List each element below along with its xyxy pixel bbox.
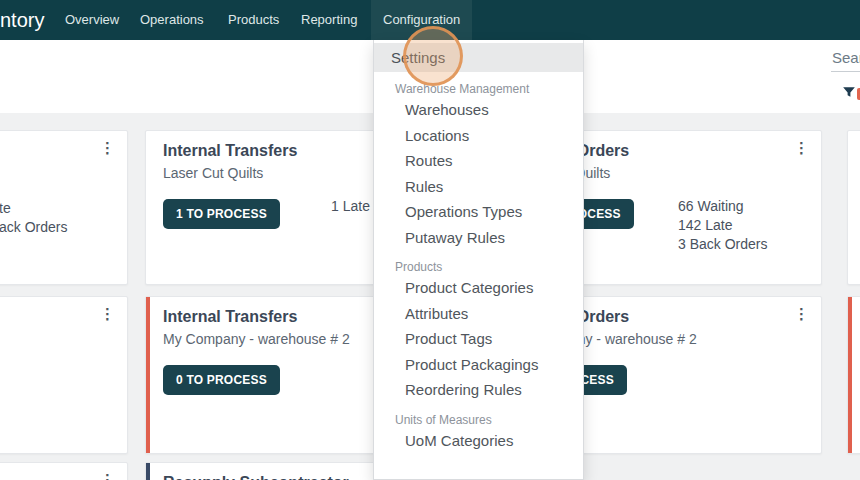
card-title[interactable]: Internal Transfers — [163, 308, 297, 326]
stat-waiting[interactable]: 66 Waiting — [678, 197, 767, 216]
kebab-menu-icon[interactable]: ⋮ — [100, 305, 115, 323]
card-title[interactable]: Internal Transfers — [163, 142, 297, 160]
nav-item-products[interactable]: Products — [228, 0, 279, 40]
kanban-card-partial-right-row2[interactable] — [847, 296, 860, 454]
card-title[interactable]: Resupply Subcontractor — [163, 474, 349, 480]
menu-item-product-categories[interactable]: Product Categories — [374, 275, 583, 301]
menu-section-products: Products — [374, 260, 583, 275]
nav-item-operations[interactable]: Operations — [140, 0, 204, 40]
stat-late[interactable]: 1 Late — [331, 197, 370, 216]
nav-item-overview[interactable]: Overview — [65, 0, 119, 40]
menu-item-reordering-rules[interactable]: Reordering Rules — [374, 377, 583, 403]
nav-item-reporting[interactable]: Reporting — [301, 0, 357, 40]
menu-item-settings[interactable]: Settings — [374, 43, 583, 72]
search-input[interactable]: Sear — [832, 49, 860, 66]
menu-item-product-packagings[interactable]: Product Packagings — [374, 352, 583, 378]
stat-fragment: ack Orders — [0, 218, 67, 237]
app-navbar: ntory Overview Operations Products Repor… — [0, 0, 860, 40]
card-subtitle: Laser Cut Quilts — [163, 165, 263, 181]
kebab-menu-icon[interactable]: ⋮ — [794, 305, 809, 323]
configuration-dropdown-menu: Settings Warehouse Management Warehouses… — [373, 40, 584, 480]
menu-item-operations-types[interactable]: Operations Types — [374, 199, 583, 225]
kanban-card-partial-left-row1[interactable]: ⋮ te ack Orders — [0, 130, 128, 285]
search-underline — [831, 71, 860, 72]
kanban-card-partial-left-row2[interactable]: ⋮ — [0, 296, 128, 454]
menu-section-warehouse-management: Warehouse Management — [374, 82, 583, 97]
menu-item-routes[interactable]: Routes — [374, 148, 583, 174]
card-color-stripe — [146, 463, 150, 480]
stat-late[interactable]: 142 Late — [678, 216, 767, 235]
menu-item-product-tags[interactable]: Product Tags — [374, 326, 583, 352]
stat-back-orders[interactable]: 3 Back Orders — [678, 235, 767, 254]
stat-fragment: te — [0, 199, 11, 218]
filter-icon[interactable] — [842, 85, 856, 99]
app-name-inventory[interactable]: ntory — [0, 0, 44, 40]
to-process-button[interactable]: 1 TO PROCESS — [163, 199, 280, 229]
nav-item-configuration[interactable]: Configuration — [371, 0, 472, 40]
card-color-stripe — [848, 297, 852, 453]
inventory-overview-screen: Sear ⋮ te ack Orders Internal Transfers … — [0, 0, 860, 480]
kebab-menu-icon[interactable]: ⋮ — [100, 139, 115, 157]
to-process-button[interactable]: 0 TO PROCESS — [163, 365, 280, 395]
menu-item-locations[interactable]: Locations — [374, 123, 583, 149]
menu-section-units-of-measures: Units of Measures — [374, 413, 583, 428]
kebab-menu-icon[interactable]: ⋮ — [794, 139, 809, 157]
kebab-menu-icon[interactable]: ⋮ — [100, 471, 115, 480]
menu-item-putaway-rules[interactable]: Putaway Rules — [374, 225, 583, 251]
menu-item-rules[interactable]: Rules — [374, 174, 583, 200]
kanban-card-partial-left-row3[interactable]: ⋮ — [0, 462, 128, 480]
menu-item-attributes[interactable]: Attributes — [374, 301, 583, 327]
card-color-stripe — [146, 297, 150, 453]
kanban-card-partial-right-row1[interactable] — [847, 130, 860, 285]
card-subtitle: My Company - warehouse # 2 — [163, 331, 350, 347]
menu-item-warehouses[interactable]: Warehouses — [374, 97, 583, 123]
menu-item-uom-categories[interactable]: UoM Categories — [374, 428, 583, 454]
